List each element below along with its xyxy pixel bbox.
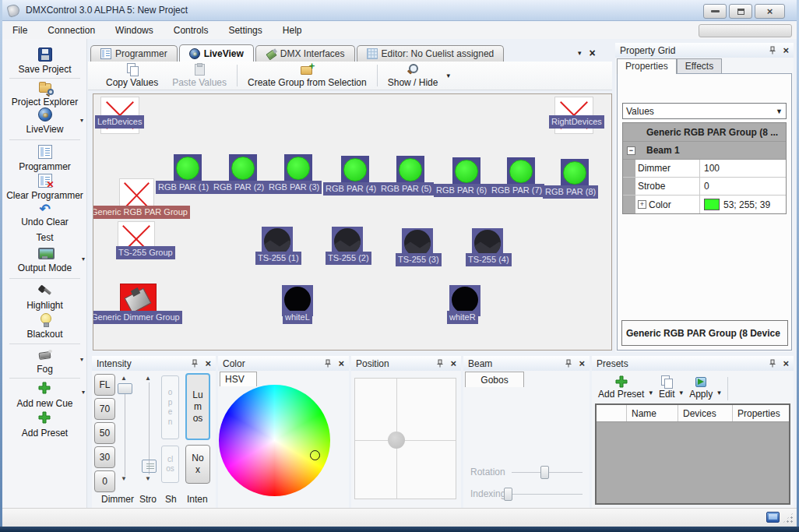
menu-controls[interactable]: Controls [164,22,219,39]
resize-grip[interactable] [783,513,794,523]
hsv-color-wheel[interactable] [219,385,330,496]
device-label[interactable]: TS-255 (4) [466,253,512,266]
tab-programmer[interactable]: Programmer [90,45,178,62]
dimmer-preset-50[interactable]: 50 [94,422,115,444]
tab-gobos[interactable]: Gobos [465,372,524,387]
tab-liveview[interactable]: LiveView [179,44,254,62]
device-icon-rgb-par[interactable] [561,159,589,187]
copy-values-button[interactable]: Copy Values [99,62,165,90]
device-icon-rgb-par[interactable] [284,154,312,182]
device-label[interactable]: RGB PAR (3) [266,181,322,194]
menu-help[interactable]: Help [273,22,312,39]
close-panel-icon[interactable]: × [783,358,789,368]
device-label-selected[interactable]: Generic RGB PAR Group [93,206,190,219]
strobe-slider-thumb[interactable] [142,460,157,473]
device-label[interactable]: TS-255 (3) [396,253,442,266]
device-icon-rgb-par[interactable] [507,157,535,185]
device-icon-rgb-par[interactable] [396,156,424,184]
shutter-close-button[interactable]: clos [161,446,179,483]
nox-button[interactable]: Nox [185,445,210,484]
dropdown-arrow-icon[interactable]: ▾ [82,389,85,396]
dimmer-preset-0[interactable]: 0 [94,470,115,492]
show-hide-button[interactable]: Show / Hide [381,62,445,90]
menu-settings[interactable]: Settings [218,22,272,39]
tab-effects[interactable]: Effects [677,58,722,74]
sidebar-item-test[interactable]: Test [2,232,87,243]
close-panel-icon[interactable]: × [579,358,585,368]
sidebar-item-project-explorer[interactable]: Project Explorer [2,80,87,107]
color-wheel-marker[interactable] [310,450,320,460]
paste-values-button[interactable]: Paste Values [165,62,234,90]
column-devices[interactable]: Devices [678,405,733,421]
dropdown-arrow-icon[interactable]: ▾ [717,389,721,396]
device-label[interactable]: RightDevices [549,115,604,129]
menu-connection[interactable]: Connection [37,22,105,39]
create-group-button[interactable]: Create Group from Selection [241,62,374,90]
tab-editor[interactable]: Editor: No Cuelist assigned [357,45,505,62]
device-label[interactable]: TS-255 (2) [326,252,371,265]
sidebar-item-blackout[interactable]: Blackout [2,312,87,340]
presets-table[interactable]: Name Devices Properties [595,403,790,505]
device-icon-rgb-par[interactable] [174,154,202,182]
close-panel-icon[interactable]: × [783,45,789,55]
device-label[interactable]: RGB PAR (6) [434,184,489,197]
sidebar-item-programmer[interactable]: Programmer [2,145,87,172]
sidebar-item-save-project[interactable]: Save Project [2,48,87,75]
sidebar-item-liveview[interactable]: LiveView ▾ [2,107,87,135]
slider-up-icon[interactable]: ▲ [145,375,151,382]
collapse-icon[interactable]: − [627,146,635,155]
dimmer-slider-thumb[interactable] [118,383,132,394]
device-label[interactable]: whiteL [283,311,312,324]
dropdown-arrow-icon[interactable]: ▾ [80,356,83,363]
sidebar-item-add-new-cue[interactable]: Add new Cue ▾ [2,382,87,409]
pin-icon[interactable] [324,359,332,368]
restore-button[interactable] [729,4,752,19]
device-icon-rgb-par[interactable] [229,154,257,182]
dimmer-value[interactable]: 100 [704,163,720,174]
title-bar[interactable]: DMXControl 3.0 ALPHA 5: New Project × [0,0,799,21]
close-panel-icon[interactable]: × [450,358,456,368]
indexing-slider-thumb[interactable] [504,488,512,501]
sidebar-item-highlight[interactable]: Highlight [2,284,87,311]
device-label[interactable]: whiteR [447,311,478,324]
sidebar-item-undo-clear[interactable]: ↶ Undo Clear [2,203,87,227]
column-name[interactable]: Name [627,405,678,421]
dropdown-arrow-icon[interactable]: ▾ [82,255,85,262]
dimmer-preset-full[interactable]: FL [94,374,115,396]
sidebar-item-fog[interactable]: Fog ▾ [2,347,87,375]
slider-up-icon[interactable]: ▲ [121,375,127,382]
device-label[interactable]: TS-255 Group [116,246,175,259]
pin-icon[interactable] [769,46,776,55]
rotation-slider-thumb[interactable] [540,466,549,479]
tab-dmx-interfaces[interactable]: DMX Interfaces [255,45,355,62]
pin-icon[interactable] [191,359,199,368]
property-group-header[interactable]: Generic RGB PAR Group (8 ... [623,123,786,142]
dropdown-arrow-icon[interactable]: ▾ [80,117,83,124]
device-icon-rgb-par[interactable] [452,157,480,185]
device-label[interactable]: RGB PAR (7) [489,184,544,197]
values-dropdown[interactable]: Values ▼ [622,103,787,119]
color-swatch[interactable] [704,199,720,210]
sidebar-item-add-preset[interactable]: Add Preset [2,411,87,439]
pin-icon[interactable] [769,359,776,368]
tab-hsv[interactable]: HSV [220,372,257,386]
lumos-button[interactable]: Lumos [185,373,210,440]
dropdown-arrow-icon[interactable]: ▾ [649,389,653,396]
slider-down-icon[interactable]: ▼ [145,475,151,482]
apply-preset-button[interactable]: Apply [685,375,717,400]
show-hide-dropdown-icon[interactable]: ▾ [446,72,450,79]
property-row-dimmer[interactable]: Dimmer 100 [623,160,786,178]
device-icon-rgb-par[interactable] [341,156,369,184]
menu-windows[interactable]: Windows [105,22,164,39]
tab-properties[interactable]: Properties [617,58,677,74]
dimmer-preset-30[interactable]: 30 [94,446,115,468]
slider-down-icon[interactable]: ▼ [121,475,127,482]
close-panel-icon[interactable]: × [338,358,344,368]
shutter-open-button[interactable]: open [161,375,179,439]
pan-tilt-thumb[interactable] [388,432,405,449]
minimize-button[interactable] [703,4,727,19]
property-row-color[interactable]: + Color 53; 255; 39 [623,196,786,213]
device-label[interactable]: RGB PAR (1) [156,181,211,194]
device-label[interactable]: RGB PAR (5) [378,182,434,196]
column-properties[interactable]: Properties [733,405,789,421]
